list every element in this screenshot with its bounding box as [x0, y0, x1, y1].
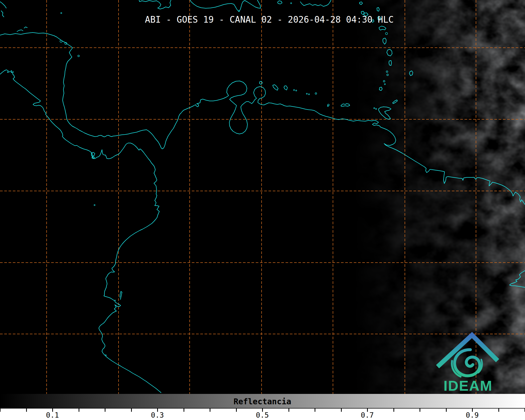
- map-title: ABI - GOES 19 - CANAL 02 - 2026-04-28 04…: [145, 14, 394, 25]
- satellite-map: IDEAM ABI - GOES 19 - CANAL 02 - 2026-04…: [0, 0, 525, 394]
- colorbar-tick: [420, 409, 420, 412]
- colorbar-label: Reflectancia: [234, 397, 291, 406]
- colorbar-tick: [210, 409, 210, 412]
- satellite-viewer: IDEAM ABI - GOES 19 - CANAL 02 - 2026-04…: [0, 0, 525, 420]
- colorbar-tick-label: 0.7: [361, 411, 374, 419]
- colorbar-tick: [393, 409, 394, 412]
- colorbar-tick: [26, 409, 27, 412]
- colorbar-tick: [315, 409, 315, 412]
- colorbar-tick-label: 0.5: [256, 411, 269, 419]
- map-canvas: IDEAM: [0, 0, 525, 394]
- colorbar-tick-label: 0.1: [46, 411, 59, 419]
- colorbar-tick: [105, 409, 105, 412]
- colorbar-tick: [79, 409, 79, 412]
- colorbar-tick-label: 0.9: [466, 411, 479, 419]
- colorbar-tick: [288, 409, 289, 412]
- colorbar: Reflectancia: [0, 394, 525, 409]
- ideam-wordmark: IDEAM: [443, 378, 493, 394]
- colorbar-tick: [498, 409, 499, 412]
- colorbar-tick-label: 0.3: [151, 411, 164, 419]
- colorbar-tick: [341, 409, 342, 412]
- colorbar-tick: [131, 409, 132, 412]
- colorbar-tick: [184, 409, 184, 412]
- colorbar-tick: [0, 409, 1, 412]
- cloud-layer: [338, 0, 525, 394]
- colorbar-tick: [446, 409, 447, 412]
- colorbar-tick: [236, 409, 237, 412]
- colorbar-axis: 0.10.30.50.70.9: [0, 409, 525, 420]
